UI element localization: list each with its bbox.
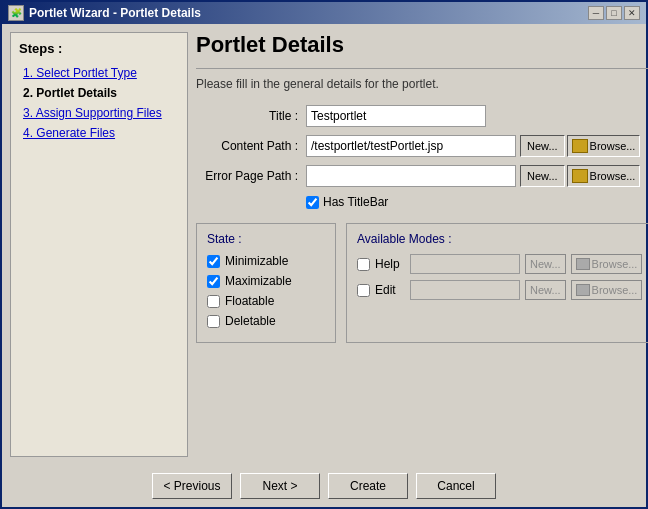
edit-browse-icon (576, 284, 590, 296)
sidebar-item-step2[interactable]: 2. Portlet Details (19, 84, 179, 102)
state-deletable: Deletable (207, 314, 325, 328)
help-browse-button[interactable]: Browse... (571, 254, 643, 274)
browse-folder-icon-2 (572, 169, 588, 183)
state-title: State : (207, 232, 325, 246)
content-area: Steps : 1. Select Portlet Type 2. Portle… (2, 24, 646, 465)
minimize-button[interactable]: ─ (588, 6, 604, 20)
error-page-path-row: Error Page Path : New... Browse... (196, 165, 648, 187)
sidebar-title: Steps : (19, 41, 179, 56)
error-path-browse-button[interactable]: Browse... (567, 165, 641, 187)
error-page-path-label: Error Page Path : (196, 169, 306, 183)
title-label: Title : (196, 109, 306, 123)
help-input[interactable] (410, 254, 520, 274)
browse-folder-icon (572, 139, 588, 153)
edit-checkbox[interactable] (357, 284, 370, 297)
has-titlebar-checkbox[interactable] (306, 196, 319, 209)
content-path-new-button[interactable]: New... (520, 135, 565, 157)
footer: < Previous Next > Create Cancel (2, 465, 646, 507)
cancel-button[interactable]: Cancel (416, 473, 496, 499)
maximize-button[interactable]: □ (606, 6, 622, 20)
title-buttons: ─ □ ✕ (588, 6, 640, 20)
available-modes-box: Available Modes : Help New... Browse... (346, 223, 648, 343)
minimizable-checkbox[interactable] (207, 255, 220, 268)
sidebar-item-step4[interactable]: 4. Generate Files (19, 124, 179, 142)
edit-browse-button[interactable]: Browse... (571, 280, 643, 300)
help-browse-icon (576, 258, 590, 270)
title-bar: 🧩 Portlet Wizard - Portlet Details ─ □ ✕ (2, 2, 646, 24)
state-floatable: Floatable (207, 294, 325, 308)
state-minimizable: Minimizable (207, 254, 325, 268)
state-maximizable: Maximizable (207, 274, 325, 288)
state-box: State : Minimizable Maximizable Floatabl… (196, 223, 336, 343)
sidebar: Steps : 1. Select Portlet Type 2. Portle… (10, 32, 188, 457)
edit-input[interactable] (410, 280, 520, 300)
content-path-input[interactable] (306, 135, 516, 157)
maximizable-checkbox[interactable] (207, 275, 220, 288)
title-row: Title : (196, 105, 648, 127)
sidebar-item-step3[interactable]: 3. Assign Supporting Files (19, 104, 179, 122)
help-checkbox[interactable] (357, 258, 370, 271)
content-path-label: Content Path : (196, 139, 306, 153)
divider (196, 68, 648, 69)
panel-description: Please fill in the general details for t… (196, 77, 648, 91)
error-page-path-input[interactable] (306, 165, 516, 187)
title-bar-left: 🧩 Portlet Wizard - Portlet Details (8, 5, 201, 21)
window-icon: 🧩 (8, 5, 24, 21)
modes-title: Available Modes : (357, 232, 642, 246)
error-path-new-button[interactable]: New... (520, 165, 565, 187)
mode-edit-row: Edit New... Browse... (357, 280, 642, 300)
previous-button[interactable]: < Previous (152, 473, 232, 499)
title-input[interactable] (306, 105, 486, 127)
content-path-row: Content Path : New... Browse... (196, 135, 648, 157)
close-button[interactable]: ✕ (624, 6, 640, 20)
deletable-checkbox[interactable] (207, 315, 220, 328)
has-titlebar-label[interactable]: Has TitleBar (306, 195, 388, 209)
edit-new-button[interactable]: New... (525, 280, 566, 300)
bottom-section: State : Minimizable Maximizable Floatabl… (196, 223, 648, 343)
main-panel: Portlet Details Please fill in the gener… (196, 32, 648, 457)
create-button[interactable]: Create (328, 473, 408, 499)
main-window: 🧩 Portlet Wizard - Portlet Details ─ □ ✕… (0, 0, 648, 509)
content-path-browse-button[interactable]: Browse... (567, 135, 641, 157)
sidebar-item-step1[interactable]: 1. Select Portlet Type (19, 64, 179, 82)
has-titlebar-row: Has TitleBar (306, 195, 648, 209)
mode-help-row: Help New... Browse... (357, 254, 642, 274)
window-title: Portlet Wizard - Portlet Details (29, 6, 201, 20)
next-button[interactable]: Next > (240, 473, 320, 499)
help-new-button[interactable]: New... (525, 254, 566, 274)
panel-title: Portlet Details (196, 32, 648, 58)
floatable-checkbox[interactable] (207, 295, 220, 308)
